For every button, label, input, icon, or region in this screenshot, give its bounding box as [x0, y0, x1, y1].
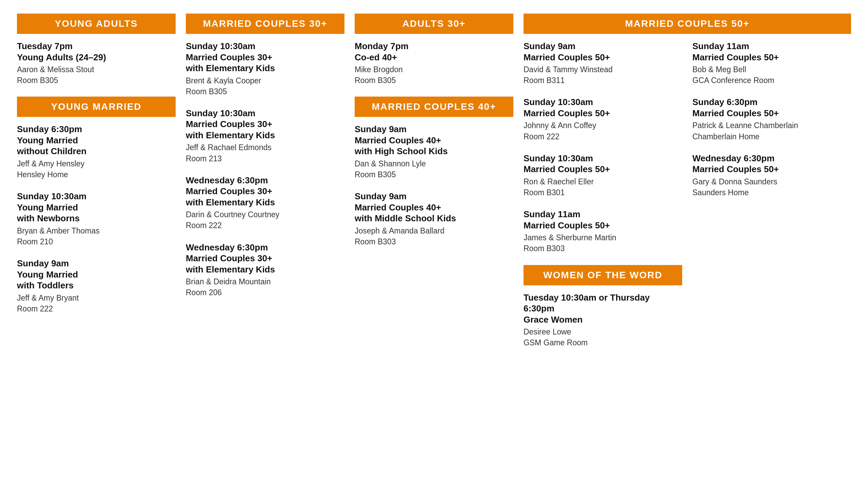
group-mc50-sun1030-coffey: Sunday 10:30amMarried Couples 50+ Johnny…: [524, 97, 682, 142]
header-women-word: WOMEN OF THE WORD: [524, 265, 682, 285]
group-detail: Mike BrogdonRoom B305: [355, 64, 513, 86]
col-adults-30: ADULTS 30+ Monday 7pmCo-ed 40+ Mike Brog…: [355, 14, 513, 359]
group-mc50-sun11-bell: Sunday 11amMarried Couples 50+ Bob & Meg…: [692, 41, 851, 86]
group-mc50-wed630-saunders: Wednesday 6:30pmMarried Couples 50+ Gary…: [692, 153, 851, 198]
group-title: Sunday 11amMarried Couples 50+: [692, 41, 851, 63]
group-detail: Aaron & Melissa StoutRoom B305: [17, 64, 176, 86]
group-title: Sunday 9amMarried Couples 40+with Middle…: [355, 191, 513, 224]
group-title: Sunday 10:30amMarried Couples 50+: [524, 153, 682, 175]
group-title: Sunday 9amYoung Marriedwith Toddlers: [17, 258, 176, 291]
header-married-50: MARRIED COUPLES 50+: [524, 14, 851, 34]
group-title: Wednesday 6:30pmMarried Couples 50+: [692, 153, 851, 175]
group-mc40-highschool: Sunday 9amMarried Couples 40+with High S…: [355, 124, 513, 180]
group-mc50-sun11-martin: Sunday 11amMarried Couples 50+ James & S…: [524, 209, 682, 254]
group-title: Wednesday 6:30pmMarried Couples 30+with …: [186, 175, 344, 208]
group-detail: Brent & Kayla CooperRoom B305: [186, 75, 344, 97]
group-detail: Brian & Deidra MountainRoom 206: [186, 276, 344, 298]
header-married-40: MARRIED COUPLES 40+: [355, 97, 513, 117]
group-mc30-wed-mountain: Wednesday 6:30pmMarried Couples 30+with …: [186, 242, 344, 298]
group-detail: Bryan & Amber ThomasRoom 210: [17, 225, 176, 247]
group-detail: Johnny & Ann CoffeyRoom 222: [524, 120, 682, 142]
group-grace-women: Tuesday 10:30am or Thursday 6:30pmGrace …: [524, 292, 682, 348]
col-married-30: MARRIED COUPLES 30+ Sunday 10:30amMarrie…: [186, 14, 344, 359]
group-title: Sunday 10:30amMarried Couples 30+with El…: [186, 41, 344, 74]
group-detail: Darin & Courtney CourtneyRoom 222: [186, 209, 344, 231]
col-young-adults: YOUNG ADULTS Tuesday 7pmYoung Adults (24…: [17, 14, 176, 359]
group-title: Monday 7pmCo-ed 40+: [355, 41, 513, 63]
group-title: Sunday 6:30pmMarried Couples 50+: [692, 97, 851, 119]
group-detail: Bob & Meg BellGCA Conference Room: [692, 64, 851, 86]
married-50-grid: Sunday 9amMarried Couples 50+ David & Ta…: [524, 41, 851, 359]
page-grid: YOUNG ADULTS Tuesday 7pmYoung Adults (24…: [17, 14, 851, 359]
group-title: Sunday 9amMarried Couples 40+with High S…: [355, 124, 513, 157]
group-title: Sunday 11amMarried Couples 50+: [524, 209, 682, 231]
group-tuesday-young-adults: Tuesday 7pmYoung Adults (24–29) Aaron & …: [17, 41, 176, 86]
group-detail: Ron & Raechel EllerRoom B301: [524, 176, 682, 198]
group-ym-no-children: Sunday 6:30pmYoung Marriedwithout Childr…: [17, 124, 176, 180]
group-title: Sunday 6:30pmYoung Marriedwithout Childr…: [17, 124, 176, 157]
group-mc40-middleschool: Sunday 9amMarried Couples 40+with Middle…: [355, 191, 513, 247]
group-detail: Dan & Shannon LyleRoom B305: [355, 158, 513, 180]
group-detail: Jeff & Amy BryantRoom 222: [17, 292, 176, 314]
group-mc30-sun-edmonds: Sunday 10:30amMarried Couples 30+with El…: [186, 108, 344, 164]
group-title: Sunday 10:30amYoung Marriedwith Newborns: [17, 191, 176, 224]
group-title: Sunday 10:30amMarried Couples 30+with El…: [186, 108, 344, 141]
group-mc30-wed-courtney: Wednesday 6:30pmMarried Couples 30+with …: [186, 175, 344, 231]
group-mc30-sun-cooper: Sunday 10:30amMarried Couples 30+with El…: [186, 41, 344, 97]
group-title: Sunday 9amMarried Couples 50+: [524, 41, 682, 63]
group-detail: Joseph & Amanda BallardRoom B303: [355, 225, 513, 247]
group-detail: Jeff & Rachael EdmondsRoom 213: [186, 142, 344, 164]
col-married-50-wrapper: MARRIED COUPLES 50+ Sunday 9amMarried Co…: [524, 14, 851, 359]
group-title: Wednesday 6:30pmMarried Couples 30+with …: [186, 242, 344, 275]
group-mc50-sun1030-eller: Sunday 10:30amMarried Couples 50+ Ron & …: [524, 153, 682, 198]
group-mc50-sun9-winstead: Sunday 9amMarried Couples 50+ David & Ta…: [524, 41, 682, 86]
group-title: Sunday 10:30amMarried Couples 50+: [524, 97, 682, 119]
group-title: Tuesday 7pmYoung Adults (24–29): [17, 41, 176, 63]
married-50-col1: Sunday 9amMarried Couples 50+ David & Ta…: [524, 41, 682, 359]
group-detail: James & Sherburne MartinRoom B303: [524, 232, 682, 254]
group-coed-40: Monday 7pmCo-ed 40+ Mike BrogdonRoom B30…: [355, 41, 513, 86]
group-detail: Jeff & Amy HensleyHensley Home: [17, 158, 176, 180]
group-detail: Desiree LoweGSM Game Room: [524, 326, 682, 348]
group-mc50-sun630-chamberlain: Sunday 6:30pmMarried Couples 50+ Patrick…: [692, 97, 851, 142]
header-adults-30: ADULTS 30+: [355, 14, 513, 34]
group-ym-toddlers: Sunday 9amYoung Marriedwith Toddlers Jef…: [17, 258, 176, 314]
group-detail: Gary & Donna SaundersSaunders Home: [692, 176, 851, 198]
married-50-col2: Sunday 11amMarried Couples 50+ Bob & Meg…: [692, 41, 851, 359]
group-title: Tuesday 10:30am or Thursday 6:30pmGrace …: [524, 292, 682, 325]
header-young-adults: YOUNG ADULTS: [17, 14, 176, 34]
group-detail: Patrick & Leanne ChamberlainChamberlain …: [692, 120, 851, 142]
header-married-30: MARRIED COUPLES 30+: [186, 14, 344, 34]
group-detail: David & Tammy WinsteadRoom B311: [524, 64, 682, 86]
group-ym-newborns: Sunday 10:30amYoung Marriedwith Newborns…: [17, 191, 176, 247]
header-young-married: YOUNG MARRIED: [17, 97, 176, 117]
